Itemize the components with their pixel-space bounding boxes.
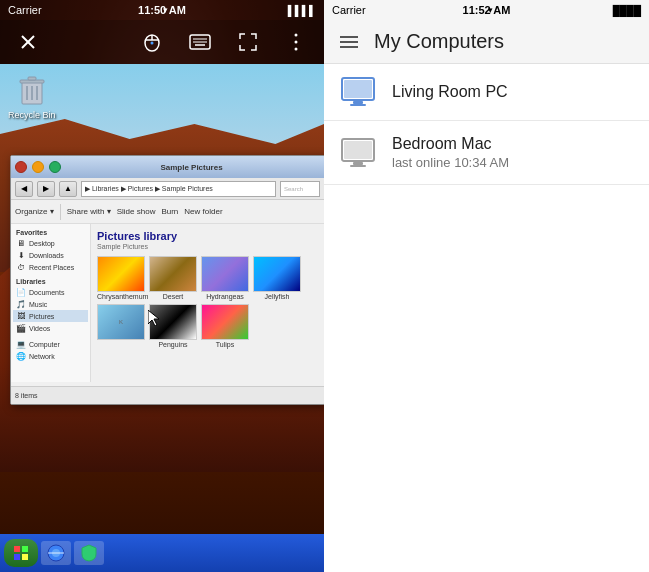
- photo-jellyfish[interactable]: Jellyfish: [253, 256, 301, 300]
- left-time: 11:50 AM: [138, 4, 186, 16]
- share-button[interactable]: Share with ▾: [67, 207, 111, 216]
- svg-rect-22: [14, 554, 20, 560]
- explorer-main: Pictures library Sample Pictures Chrysan…: [91, 224, 324, 382]
- monitor-gray-icon: [340, 138, 376, 168]
- start-button[interactable]: [4, 539, 38, 567]
- music-item[interactable]: 🎵 Music: [13, 298, 88, 310]
- svg-rect-21: [22, 546, 28, 552]
- pictures-icon: 🖼: [16, 311, 26, 321]
- trash-icon: [18, 74, 46, 106]
- desktop-icon: 🖥: [16, 238, 26, 248]
- videos-item[interactable]: 🎬 Videos: [13, 322, 88, 334]
- hamburger-line-2: [340, 41, 358, 43]
- more-button[interactable]: [280, 26, 312, 58]
- photo-desert[interactable]: Desert: [149, 256, 197, 300]
- explorer-body: Favorites 🖥 Desktop ⬇ Downloads ⏱ Recent…: [11, 224, 324, 382]
- photo-k[interactable]: K: [97, 304, 145, 348]
- bedroom-mac-item[interactable]: Bedroom Mac last online 10:34 AM: [324, 121, 649, 185]
- downloads-icon: ⬇: [16, 250, 26, 260]
- window-title: Sample Pictures: [63, 163, 320, 172]
- window-close-btn[interactable]: [15, 161, 27, 173]
- tulips-label: Tulips: [201, 341, 249, 348]
- recycle-bin-icon: [16, 72, 48, 108]
- svg-rect-29: [353, 101, 363, 104]
- photo-penguins[interactable]: Penguins: [149, 304, 197, 348]
- pictures-item[interactable]: 🖼 Pictures: [13, 310, 88, 322]
- keyboard-button[interactable]: [184, 26, 216, 58]
- svg-point-11: [295, 41, 298, 44]
- up-button[interactable]: ▲: [59, 181, 77, 197]
- living-room-pc-info: Living Room PC: [392, 83, 633, 101]
- organize-button[interactable]: Organize ▾: [15, 207, 54, 216]
- svg-rect-32: [344, 141, 372, 159]
- computer-section: 💻 Computer 🌐 Network: [13, 338, 88, 362]
- new-folder-button[interactable]: New folder: [184, 207, 222, 216]
- svg-rect-33: [353, 162, 363, 165]
- taskbar-security[interactable]: [74, 541, 104, 565]
- recycle-bin[interactable]: Recycle Bin: [8, 72, 56, 120]
- close-icon: [20, 34, 36, 50]
- taskbar-browser[interactable]: [41, 541, 71, 565]
- svg-rect-34: [350, 165, 366, 167]
- videos-icon: 🎬: [16, 323, 26, 333]
- documents-icon: 📄: [16, 287, 26, 297]
- left-toolbar: [0, 20, 324, 64]
- security-icon: [78, 542, 100, 564]
- hamburger-menu[interactable]: [340, 36, 358, 48]
- right-panel: Carrier ▾ 11:52 AM ████ My Computers: [324, 0, 649, 572]
- explorer-toolbar: Organize ▾ Share with ▾ Slide show Burn …: [11, 200, 324, 224]
- forward-button[interactable]: ▶: [37, 181, 55, 197]
- explorer-sidebar: Favorites 🖥 Desktop ⬇ Downloads ⏱ Recent…: [11, 224, 91, 382]
- item-count: 8 items: [15, 392, 38, 399]
- explorer-statusbar: 8 items: [11, 386, 324, 404]
- window-minimize-btn[interactable]: [32, 161, 44, 173]
- bedroom-mac-name: Bedroom Mac: [392, 135, 633, 153]
- desktop-item[interactable]: 🖥 Desktop: [13, 237, 88, 249]
- hamburger-line-1: [340, 36, 358, 38]
- search-bar[interactable]: Search: [280, 181, 320, 197]
- chrysanthemum-thumb: [97, 256, 145, 292]
- recycle-bin-label: Recycle Bin: [8, 110, 56, 120]
- right-header: My Computers: [324, 20, 649, 64]
- close-button[interactable]: [12, 26, 44, 58]
- desert-thumb: [149, 256, 197, 292]
- bedroom-mac-monitor-icon: [340, 139, 376, 167]
- libraries-header: Libraries: [13, 277, 88, 286]
- monitor-blue-icon: [340, 77, 376, 107]
- photo-grid: Chrysanthemum Desert Hydrangeas Jellyfis…: [97, 256, 318, 348]
- downloads-item[interactable]: ⬇ Downloads: [13, 249, 88, 261]
- mouse-button[interactable]: [136, 26, 168, 58]
- right-battery-icon: ████: [613, 5, 641, 16]
- keyboard-icon: [189, 34, 211, 50]
- left-panel: Carrier ▾ 11:50 AM ▌▌▌▌: [0, 0, 324, 572]
- burn-button[interactable]: Burn: [161, 207, 178, 216]
- mouse-icon: [142, 32, 162, 52]
- slideshow-button[interactable]: Slide show: [117, 207, 156, 216]
- libraries-section: Libraries 📄 Documents 🎵 Music 🖼 Pictures: [13, 277, 88, 334]
- documents-item[interactable]: 📄 Documents: [13, 286, 88, 298]
- desert-label: Desert: [149, 293, 197, 300]
- computer-item[interactable]: 💻 Computer: [13, 338, 88, 350]
- svg-point-5: [151, 42, 154, 45]
- recent-places-item[interactable]: ⏱ Recent Places: [13, 261, 88, 273]
- photo-tulips[interactable]: Tulips: [201, 304, 249, 348]
- right-status-bar: Carrier ▾ 11:52 AM ████: [324, 0, 649, 20]
- expand-button[interactable]: [232, 26, 264, 58]
- k-thumb: K: [97, 304, 145, 340]
- svg-rect-28: [344, 80, 372, 98]
- living-room-pc-name: Living Room PC: [392, 83, 633, 101]
- network-item[interactable]: 🌐 Network: [13, 350, 88, 362]
- address-bar[interactable]: ▶ Libraries ▶ Pictures ▶ Sample Pictures: [81, 181, 276, 197]
- photo-chrysanthemum[interactable]: Chrysanthemum: [97, 256, 145, 300]
- hydrangeas-thumb: [201, 256, 249, 292]
- right-time: 11:52 AM: [463, 4, 511, 16]
- window-maximize-btn[interactable]: [49, 161, 61, 173]
- chrysanthemum-label: Chrysanthemum: [97, 293, 145, 300]
- photo-hydrangeas[interactable]: Hydrangeas: [201, 256, 249, 300]
- explorer-window: Sample Pictures ◀ ▶ ▲ ▶ Libraries ▶ Pict…: [10, 155, 324, 405]
- network-icon: 🌐: [16, 351, 26, 361]
- music-icon: 🎵: [16, 299, 26, 309]
- penguins-thumb: [149, 304, 197, 340]
- back-button[interactable]: ◀: [15, 181, 33, 197]
- living-room-pc-item[interactable]: Living Room PC: [324, 64, 649, 121]
